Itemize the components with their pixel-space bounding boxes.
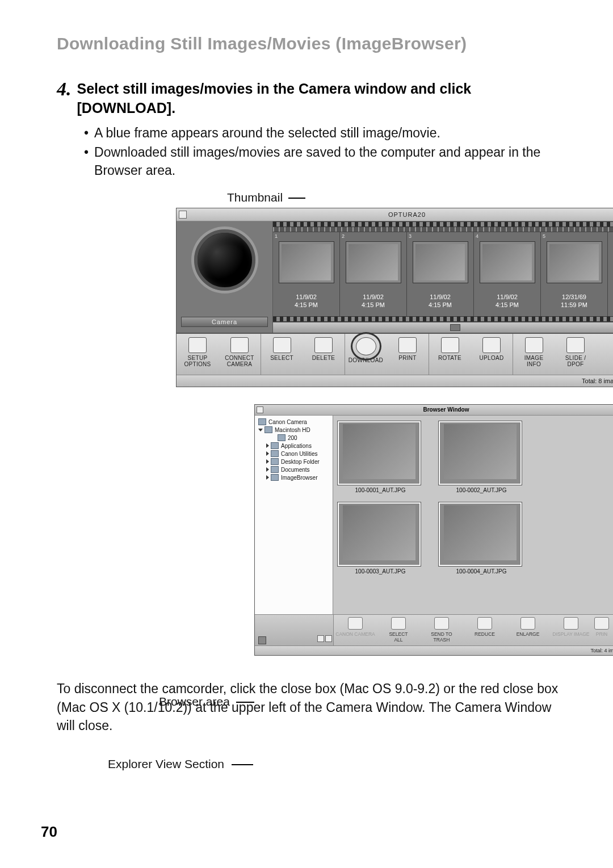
button-label: IMAGE INFO xyxy=(513,355,555,367)
film-strip-top xyxy=(273,221,613,227)
browser-thumbnail[interactable]: 100-0001_AUT.JPG xyxy=(338,421,423,493)
thumb-time: 4:15 PM xyxy=(362,301,385,308)
upload-button[interactable]: UPLOAD xyxy=(471,334,513,375)
tree-item[interactable]: Desktop Folder xyxy=(256,458,331,466)
callout-explorer: Explorer View Section xyxy=(108,757,224,771)
folder-icon xyxy=(271,458,279,465)
delete-button[interactable]: DELETE xyxy=(303,334,345,375)
tree-item[interactable]: ImageBrowser xyxy=(256,473,331,481)
disclosure-triangle-icon[interactable] xyxy=(266,451,269,456)
thumb-index: 4 xyxy=(476,233,478,239)
step-bullets: •A blue frame appears around the selecte… xyxy=(84,124,562,180)
tree-item[interactable]: Documents xyxy=(256,466,331,473)
thumbnail-item[interactable]: 5 12/31/6911:59 PM xyxy=(541,232,608,316)
file-name: 100-0002_AUT.JPG xyxy=(439,487,524,493)
tree-item[interactable]: 200 xyxy=(256,434,331,442)
thumb-image xyxy=(338,502,421,566)
thumb-image xyxy=(439,421,522,485)
tree-item[interactable]: Canon Camera xyxy=(256,418,331,426)
step-title: Select still images/movies in the Camera… xyxy=(77,79,562,118)
explorer-tree: Canon Camera Macintosh HD 200 Applicatio… xyxy=(255,416,333,614)
browser-thumbnail[interactable]: 100-0003_AUT.JPG xyxy=(338,502,423,575)
camera-status-bar: Total: 8 images xyxy=(177,375,613,387)
close-icon[interactable] xyxy=(257,406,263,413)
tree-label: Applications xyxy=(281,443,312,449)
folder-icon xyxy=(271,474,279,481)
thumb-image xyxy=(439,502,522,566)
thumb-date: 11/9/02 xyxy=(363,293,384,300)
thumb-time: 11:59 PM xyxy=(561,301,587,308)
button-label: SETUP OPTIONS xyxy=(177,355,219,367)
folder-icon xyxy=(278,434,285,441)
thumb-image xyxy=(480,241,535,283)
disclosure-triangle-icon[interactable] xyxy=(266,459,269,464)
disclosure-triangle-icon[interactable] xyxy=(266,475,269,480)
browser-window-title: Browser Window xyxy=(423,406,469,413)
print-button-partial[interactable]: PRIN xyxy=(593,615,611,645)
scroll-left-icon[interactable] xyxy=(317,635,324,642)
callout-thumbnail: Thumbnail xyxy=(227,191,283,204)
camera-window-title: OPTURA20 xyxy=(388,211,426,218)
tree-label: Macintosh HD xyxy=(275,427,310,433)
ruler xyxy=(273,227,613,232)
tree-item[interactable]: Applications xyxy=(256,442,331,450)
step-heading: 4. Select still images/movies in the Cam… xyxy=(57,79,562,118)
thumbnail-item[interactable]: 3 11/9/024:15 PM xyxy=(407,232,474,316)
select-all-button[interactable]: SELECT ALL xyxy=(377,615,420,645)
rotate-button[interactable]: ROTATE xyxy=(429,334,471,375)
folder-icon xyxy=(271,442,279,449)
folder-icon xyxy=(271,466,279,473)
browser-area: 100-0001_AUT.JPG 100-0002_AUT.JPG 100-00… xyxy=(333,416,613,614)
thumbnail-item[interactable]: 1 11/9/024:15 PM xyxy=(273,232,340,316)
display-image-button[interactable]: DISPLAY IMAGE xyxy=(549,615,593,645)
canon-camera-button[interactable]: CANON CAMERA xyxy=(334,615,377,645)
thumb-image xyxy=(279,241,334,283)
enlarge-button[interactable]: ENLARGE xyxy=(506,615,549,645)
slide-dpof-button[interactable]: SLIDE / DPOF xyxy=(555,334,597,375)
tree-item[interactable]: Macintosh HD xyxy=(256,426,331,434)
download-button[interactable]: DOWNLOAD xyxy=(345,334,387,375)
file-name: 100-0004_AUT.JPG xyxy=(439,568,524,575)
disclosure-triangle-icon[interactable] xyxy=(258,429,263,431)
button-label: UPLOAD xyxy=(471,355,513,362)
scroll-thumb[interactable] xyxy=(450,324,460,331)
button-label: PRIN xyxy=(593,631,611,637)
disclosure-triangle-icon[interactable] xyxy=(266,443,269,448)
disclosure-triangle-icon[interactable] xyxy=(266,467,269,472)
thumb-index: 2 xyxy=(342,233,345,239)
close-icon[interactable] xyxy=(179,211,187,219)
thumb-date: 12/31/69 xyxy=(562,293,586,300)
scroll-right-icon[interactable] xyxy=(325,635,332,642)
setup-options-button[interactable]: SETUP OPTIONS xyxy=(177,334,219,375)
file-name: 100-0003_AUT.JPG xyxy=(338,568,423,575)
scroll-thumb[interactable] xyxy=(258,636,266,644)
tree-label: ImageBrowser xyxy=(281,475,317,481)
reduce-button[interactable]: REDUCE xyxy=(463,615,506,645)
connect-camera-button[interactable]: CONNECT CAMERA xyxy=(219,334,261,375)
button-label: REDUCE xyxy=(463,631,506,637)
camera-window: OPTURA20 Camera 1 11/9/024:15 PM 2 xyxy=(176,208,613,387)
button-label: DOWNLOAD xyxy=(345,358,387,364)
browser-thumbnail[interactable]: 100-0004_AUT.JPG xyxy=(439,502,524,575)
thumbnail-item[interactable]: 2 11/9/024:15 PM xyxy=(340,232,407,316)
thumb-index: 3 xyxy=(409,233,412,239)
button-label: SELECT ALL xyxy=(377,631,420,643)
print-button[interactable]: PRINT xyxy=(387,334,429,375)
thumbnail-item[interactable]: 4 11/9/024:15 PM xyxy=(474,232,541,316)
file-name: 100-0001_AUT.JPG xyxy=(338,487,423,493)
thumb-image xyxy=(346,241,401,283)
send-to-trash-button[interactable]: SEND TO TRASH xyxy=(420,615,463,645)
button-label: DELETE xyxy=(303,355,345,362)
tree-scroll-panel xyxy=(255,615,334,645)
horizontal-scrollbar[interactable]: ◀▶ xyxy=(273,322,613,333)
button-label: SLIDE / DPOF xyxy=(555,355,597,367)
browser-thumbnail[interactable]: 100-0002_AUT.JPG xyxy=(439,421,524,493)
tree-item[interactable]: Canon Utilities xyxy=(256,450,331,458)
image-info-button[interactable]: IMAGE INFO xyxy=(513,334,555,375)
thumb-date: 11/9/02 xyxy=(497,293,518,300)
select-button[interactable]: SELECT xyxy=(261,334,303,375)
browser-window: Browser Window Canon Camera Macintosh HD… xyxy=(254,404,613,656)
camera-toolbar: SETUP OPTIONS CONNECT CAMERA SELECT DELE… xyxy=(177,333,613,375)
step-number: 4. xyxy=(57,79,72,99)
camera-panel: Camera xyxy=(177,221,273,333)
